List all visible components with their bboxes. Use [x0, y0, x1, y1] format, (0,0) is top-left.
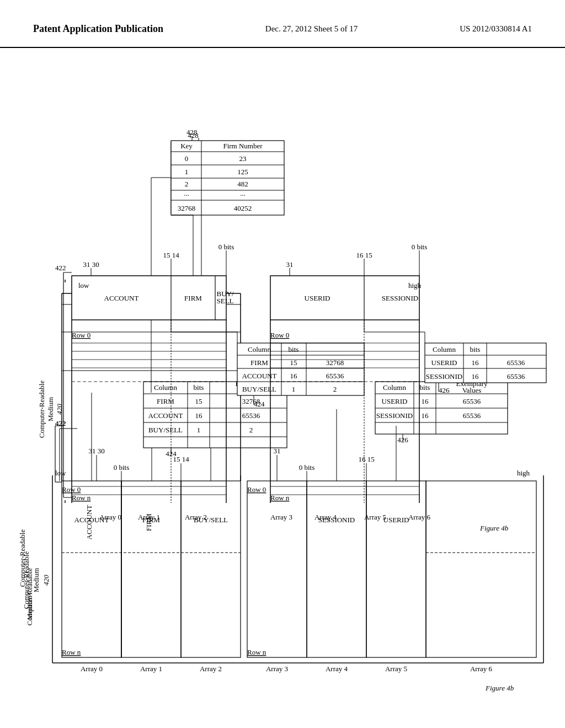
svg-text:426: 426	[439, 386, 450, 394]
svg-text:16 15: 16 15	[356, 251, 372, 259]
svg-text:15 14: 15 14	[163, 251, 179, 259]
svg-text:Column: Column	[433, 345, 456, 354]
svg-text:420: 420	[55, 404, 63, 415]
svg-text:bits: bits	[470, 345, 481, 354]
svg-text:422: 422	[55, 264, 66, 272]
svg-text:low: low	[78, 281, 89, 290]
svg-text:Firm Number: Firm Number	[223, 142, 263, 150]
svg-text:23: 23	[239, 154, 247, 163]
svg-text:65536: 65536	[507, 358, 525, 367]
page-header: Patent Application Publication Dec. 27, …	[0, 0, 565, 48]
svg-text:BUY/SELL: BUY/SELL	[242, 385, 276, 393]
svg-text:482: 482	[237, 180, 248, 188]
svg-text:ACCOUNT: ACCOUNT	[242, 372, 277, 380]
svg-text:Key: Key	[180, 142, 193, 150]
svg-text:0: 0	[185, 154, 189, 163]
svg-text:Array 5: Array 5	[364, 513, 386, 521]
svg-text:16: 16	[472, 372, 479, 381]
svg-text:0 bits: 0 bits	[218, 243, 234, 251]
left-exemplary-table: Exemplary Values Column bits FIRM 15 327…	[237, 342, 364, 408]
svg-text:1: 1	[292, 385, 296, 393]
firm-number-table: 428 Key Firm Number 0 23 1 125 2 482 ...…	[171, 128, 284, 215]
svg-text:Array 2: Array 2	[185, 513, 207, 521]
svg-text:31: 31	[286, 260, 294, 269]
svg-text:40252: 40252	[234, 204, 252, 212]
sheet-info: Dec. 27, 2012 Sheet 5 of 17	[265, 22, 358, 34]
svg-text:ACCOUNT: ACCOUNT	[104, 294, 139, 302]
right-exemplary-table: Exemplary Values Column bits USERID 16 6…	[425, 342, 546, 394]
patent-number: US 2012/0330814 A1	[460, 22, 532, 34]
svg-text:Array 3: Array 3	[270, 513, 292, 521]
svg-text:Array 6: Array 6	[408, 513, 431, 521]
svg-text:2: 2	[333, 385, 337, 393]
svg-text:SELL: SELL	[216, 297, 233, 305]
svg-text:1: 1	[185, 168, 189, 176]
svg-text:16: 16	[472, 358, 479, 367]
svg-text:424: 424	[254, 400, 265, 408]
svg-text:Column: Column	[248, 345, 271, 354]
svg-text:31 30: 31 30	[83, 260, 99, 269]
svg-text:428: 428	[186, 128, 198, 136]
svg-text:bits: bits	[289, 345, 299, 354]
svg-text:32768: 32768	[178, 204, 196, 212]
svg-text:125: 125	[237, 168, 248, 176]
svg-text:65536: 65536	[326, 372, 344, 380]
svg-text:Array 1: Array 1	[138, 513, 160, 521]
svg-text:USERID: USERID	[431, 358, 457, 367]
svg-text:Medium: Medium	[46, 397, 55, 421]
svg-text:SESSIONID: SESSIONID	[382, 294, 418, 302]
svg-text:SESSIONID: SESSIONID	[426, 372, 462, 381]
diagram-area: text { font-family: 'Times New Roman', T…	[0, 48, 565, 726]
svg-text:Figure 4b: Figure 4b	[479, 524, 509, 532]
svg-rect-166	[72, 276, 226, 320]
publication-title: Patent Application Publication	[33, 22, 163, 36]
svg-text:Row 0: Row 0	[72, 331, 90, 339]
svg-text:2: 2	[185, 180, 189, 188]
svg-text:Row 0: Row 0	[270, 331, 289, 339]
svg-text:USERID: USERID	[305, 294, 331, 302]
svg-text:FIRM: FIRM	[250, 358, 268, 367]
svg-text:...: ...	[184, 189, 189, 197]
svg-text:...: ...	[240, 189, 246, 197]
svg-text:FIRM: FIRM	[184, 294, 202, 302]
svg-text:Array 4: Array 4	[315, 513, 337, 521]
svg-text:Computer-Readable: Computer-Readable	[38, 381, 46, 438]
svg-text:65536: 65536	[507, 372, 525, 381]
svg-text:Array 0: Array 0	[99, 513, 121, 521]
svg-text:high: high	[408, 281, 422, 290]
svg-text:0 bits: 0 bits	[412, 243, 428, 251]
svg-text:16: 16	[290, 372, 298, 380]
